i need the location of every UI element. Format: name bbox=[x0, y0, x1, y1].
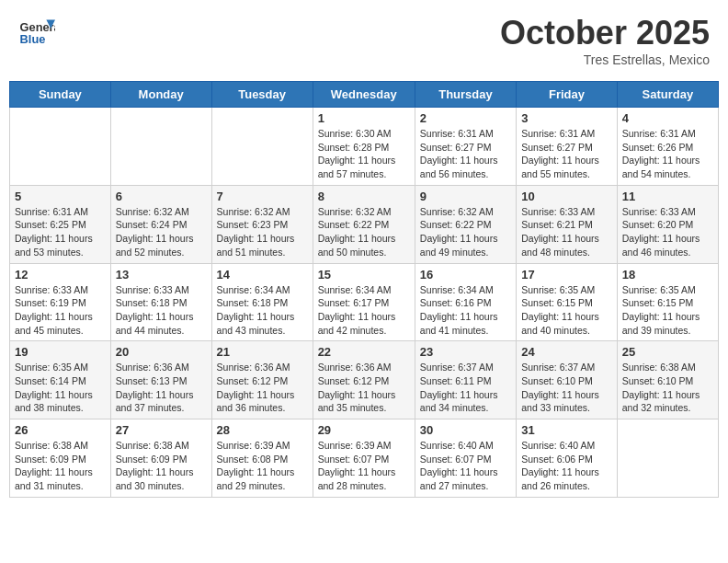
day-info: Sunrise: 6:31 AMSunset: 6:27 PMDaylight:… bbox=[521, 127, 612, 181]
day-number: 25 bbox=[622, 345, 713, 359]
day-number: 27 bbox=[116, 423, 207, 437]
calendar-day-cell: 19Sunrise: 6:35 AMSunset: 6:14 PMDayligh… bbox=[10, 341, 111, 419]
page-header: General Blue October 2025 Tres Estrellas… bbox=[9, 9, 719, 72]
day-of-week-header: Tuesday bbox=[211, 82, 313, 108]
calendar-day-cell bbox=[617, 419, 718, 498]
day-info: Sunrise: 6:40 AMSunset: 6:07 PMDaylight:… bbox=[420, 439, 511, 493]
day-info: Sunrise: 6:32 AMSunset: 6:24 PMDaylight:… bbox=[116, 205, 207, 259]
day-number: 26 bbox=[15, 423, 106, 437]
calendar-header-row: SundayMondayTuesdayWednesdayThursdayFrid… bbox=[10, 82, 719, 108]
day-number: 16 bbox=[420, 268, 511, 282]
calendar-day-cell: 22Sunrise: 6:36 AMSunset: 6:12 PMDayligh… bbox=[313, 341, 415, 419]
day-info: Sunrise: 6:36 AMSunset: 6:13 PMDaylight:… bbox=[116, 361, 207, 415]
calendar-day-cell: 16Sunrise: 6:34 AMSunset: 6:16 PMDayligh… bbox=[415, 263, 516, 341]
day-of-week-header: Thursday bbox=[415, 82, 516, 108]
calendar-day-cell: 25Sunrise: 6:38 AMSunset: 6:10 PMDayligh… bbox=[617, 341, 718, 419]
calendar-day-cell: 4Sunrise: 6:31 AMSunset: 6:26 PMDaylight… bbox=[617, 108, 718, 186]
calendar-day-cell: 30Sunrise: 6:40 AMSunset: 6:07 PMDayligh… bbox=[415, 419, 516, 498]
calendar-day-cell: 2Sunrise: 6:31 AMSunset: 6:27 PMDaylight… bbox=[415, 108, 516, 186]
day-info: Sunrise: 6:34 AMSunset: 6:16 PMDaylight:… bbox=[420, 283, 511, 338]
day-info: Sunrise: 6:37 AMSunset: 6:10 PMDaylight:… bbox=[521, 361, 612, 415]
logo: General Blue bbox=[18, 14, 57, 51]
day-info: Sunrise: 6:31 AMSunset: 6:26 PMDaylight:… bbox=[622, 127, 713, 181]
day-info: Sunrise: 6:36 AMSunset: 6:12 PMDaylight:… bbox=[318, 361, 410, 415]
calendar-day-cell: 20Sunrise: 6:36 AMSunset: 6:13 PMDayligh… bbox=[110, 341, 211, 419]
day-number: 29 bbox=[318, 423, 410, 437]
day-number: 2 bbox=[420, 111, 511, 125]
day-of-week-header: Wednesday bbox=[313, 82, 415, 108]
day-info: Sunrise: 6:38 AMSunset: 6:09 PMDaylight:… bbox=[15, 439, 106, 493]
day-info: Sunrise: 6:40 AMSunset: 6:06 PMDaylight:… bbox=[521, 439, 612, 493]
day-info: Sunrise: 6:35 AMSunset: 6:15 PMDaylight:… bbox=[622, 283, 713, 338]
day-number: 13 bbox=[116, 268, 207, 282]
day-info: Sunrise: 6:32 AMSunset: 6:23 PMDaylight:… bbox=[217, 205, 308, 259]
title-block: October 2025 Tres Estrellas, Mexico bbox=[500, 14, 710, 67]
day-info: Sunrise: 6:33 AMSunset: 6:20 PMDaylight:… bbox=[622, 205, 713, 259]
day-info: Sunrise: 6:37 AMSunset: 6:11 PMDaylight:… bbox=[420, 361, 511, 415]
day-number: 22 bbox=[318, 345, 410, 359]
calendar-day-cell: 24Sunrise: 6:37 AMSunset: 6:10 PMDayligh… bbox=[517, 341, 618, 419]
day-info: Sunrise: 6:33 AMSunset: 6:18 PMDaylight:… bbox=[116, 283, 207, 338]
calendar-week-row: 12Sunrise: 6:33 AMSunset: 6:19 PMDayligh… bbox=[10, 263, 719, 341]
calendar-day-cell: 1Sunrise: 6:30 AMSunset: 6:28 PMDaylight… bbox=[313, 108, 415, 186]
calendar-day-cell: 27Sunrise: 6:38 AMSunset: 6:09 PMDayligh… bbox=[110, 419, 211, 498]
day-number: 8 bbox=[318, 190, 410, 203]
calendar-day-cell: 6Sunrise: 6:32 AMSunset: 6:24 PMDaylight… bbox=[110, 185, 211, 263]
calendar-table: SundayMondayTuesdayWednesdayThursdayFrid… bbox=[9, 81, 719, 498]
day-number: 6 bbox=[116, 190, 207, 203]
calendar-day-cell: 10Sunrise: 6:33 AMSunset: 6:21 PMDayligh… bbox=[517, 185, 618, 263]
day-number: 14 bbox=[217, 268, 308, 282]
calendar-day-cell: 17Sunrise: 6:35 AMSunset: 6:15 PMDayligh… bbox=[517, 263, 618, 341]
location-subtitle: Tres Estrellas, Mexico bbox=[500, 52, 710, 67]
day-number: 23 bbox=[420, 345, 511, 359]
calendar-day-cell: 18Sunrise: 6:35 AMSunset: 6:15 PMDayligh… bbox=[617, 263, 718, 341]
day-number: 15 bbox=[318, 268, 410, 282]
day-info: Sunrise: 6:34 AMSunset: 6:17 PMDaylight:… bbox=[318, 283, 410, 338]
logo-icon: General Blue bbox=[18, 14, 55, 51]
day-number: 11 bbox=[622, 190, 713, 203]
day-info: Sunrise: 6:39 AMSunset: 6:07 PMDaylight:… bbox=[318, 439, 410, 493]
calendar-day-cell: 12Sunrise: 6:33 AMSunset: 6:19 PMDayligh… bbox=[10, 263, 111, 341]
day-number: 24 bbox=[521, 345, 612, 359]
day-info: Sunrise: 6:32 AMSunset: 6:22 PMDaylight:… bbox=[318, 205, 410, 259]
day-number: 20 bbox=[116, 345, 207, 359]
day-number: 1 bbox=[318, 111, 410, 125]
day-number: 5 bbox=[15, 190, 106, 203]
day-number: 21 bbox=[217, 345, 308, 359]
calendar-week-row: 1Sunrise: 6:30 AMSunset: 6:28 PMDaylight… bbox=[10, 108, 719, 186]
day-info: Sunrise: 6:33 AMSunset: 6:21 PMDaylight:… bbox=[521, 205, 612, 259]
day-of-week-header: Sunday bbox=[10, 82, 111, 108]
svg-text:Blue: Blue bbox=[20, 32, 46, 46]
calendar-day-cell: 14Sunrise: 6:34 AMSunset: 6:18 PMDayligh… bbox=[211, 263, 313, 341]
day-info: Sunrise: 6:38 AMSunset: 6:09 PMDaylight:… bbox=[116, 439, 207, 493]
calendar-day-cell: 28Sunrise: 6:39 AMSunset: 6:08 PMDayligh… bbox=[211, 419, 313, 498]
day-number: 17 bbox=[521, 268, 612, 282]
day-info: Sunrise: 6:36 AMSunset: 6:12 PMDaylight:… bbox=[217, 361, 308, 415]
day-number: 10 bbox=[521, 190, 612, 203]
calendar-day-cell: 29Sunrise: 6:39 AMSunset: 6:07 PMDayligh… bbox=[313, 419, 415, 498]
day-number: 18 bbox=[622, 268, 713, 282]
calendar-day-cell bbox=[211, 108, 313, 186]
month-title: October 2025 bbox=[500, 14, 710, 52]
day-info: Sunrise: 6:39 AMSunset: 6:08 PMDaylight:… bbox=[217, 439, 308, 493]
calendar-day-cell: 23Sunrise: 6:37 AMSunset: 6:11 PMDayligh… bbox=[415, 341, 516, 419]
day-number: 7 bbox=[217, 190, 308, 203]
calendar-day-cell: 5Sunrise: 6:31 AMSunset: 6:25 PMDaylight… bbox=[10, 185, 111, 263]
calendar-week-row: 26Sunrise: 6:38 AMSunset: 6:09 PMDayligh… bbox=[10, 419, 719, 498]
day-info: Sunrise: 6:31 AMSunset: 6:27 PMDaylight:… bbox=[420, 127, 511, 181]
day-number: 3 bbox=[521, 111, 612, 125]
calendar-day-cell: 7Sunrise: 6:32 AMSunset: 6:23 PMDaylight… bbox=[211, 185, 313, 263]
day-info: Sunrise: 6:32 AMSunset: 6:22 PMDaylight:… bbox=[420, 205, 511, 259]
day-of-week-header: Monday bbox=[110, 82, 211, 108]
day-info: Sunrise: 6:35 AMSunset: 6:15 PMDaylight:… bbox=[521, 283, 612, 338]
day-info: Sunrise: 6:35 AMSunset: 6:14 PMDaylight:… bbox=[15, 361, 106, 415]
calendar-day-cell: 26Sunrise: 6:38 AMSunset: 6:09 PMDayligh… bbox=[10, 419, 111, 498]
calendar-day-cell: 8Sunrise: 6:32 AMSunset: 6:22 PMDaylight… bbox=[313, 185, 415, 263]
calendar-day-cell: 13Sunrise: 6:33 AMSunset: 6:18 PMDayligh… bbox=[110, 263, 211, 341]
calendar-day-cell: 31Sunrise: 6:40 AMSunset: 6:06 PMDayligh… bbox=[517, 419, 618, 498]
day-number: 28 bbox=[217, 423, 308, 437]
day-info: Sunrise: 6:33 AMSunset: 6:19 PMDaylight:… bbox=[15, 283, 106, 338]
calendar-day-cell: 9Sunrise: 6:32 AMSunset: 6:22 PMDaylight… bbox=[415, 185, 516, 263]
calendar-day-cell bbox=[110, 108, 211, 186]
day-number: 31 bbox=[521, 423, 612, 437]
